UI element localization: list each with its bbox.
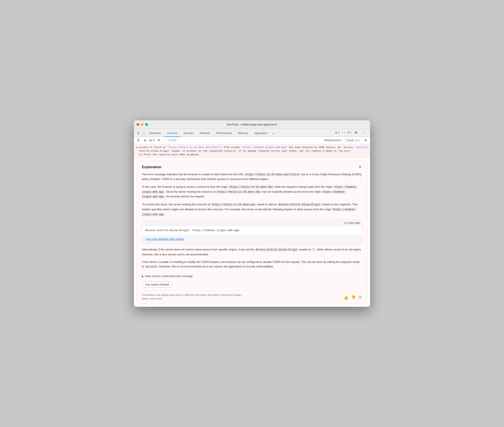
- chevron-down-icon: ▾: [154, 139, 155, 142]
- traffic-lights: [136, 123, 148, 126]
- code-block-header: ⧉ Copy code: [142, 220, 362, 226]
- triangle-icon: ▶: [142, 274, 144, 278]
- tab-sources[interactable]: Sources: [181, 130, 197, 137]
- more-options-btn[interactable]: ⋮: [361, 130, 367, 136]
- origin-code-4: https://bubble-jingle.web.app: [142, 208, 356, 216]
- url-code-1: https://hello-io-24.deno.dev/?lvl=1: [244, 173, 300, 176]
- tab-elements[interactable]: Elements: [146, 130, 164, 137]
- close-button[interactable]: [136, 123, 139, 126]
- console-settings-btn[interactable]: ⚙: [363, 138, 368, 143]
- tab-network[interactable]: Network: [197, 130, 213, 137]
- error-circle-icon: ⊗: [136, 146, 138, 150]
- explanation-para3: To resolve this issue, the server hostin…: [142, 202, 362, 217]
- context-selector[interactable]: top ▾: [149, 139, 155, 142]
- learn-more-link[interactable]: Learn more: [150, 297, 162, 300]
- warn-icon: ⚠: [341, 131, 344, 134]
- code-snippet: Access-Control-Allow-Origin: https://bub…: [142, 226, 362, 235]
- tab-application[interactable]: Application: [251, 130, 271, 137]
- tab-bar: ⠿ ⬚ Elements Console Sources Network Per…: [134, 129, 370, 137]
- copy-icon: ⧉: [345, 221, 346, 224]
- titlebar: DevTools - bubble-jingle.web.app/search: [134, 120, 370, 129]
- close-explanation-btn[interactable]: ✕: [358, 165, 362, 169]
- clear-console-btn[interactable]: ⊘: [142, 137, 148, 143]
- error-url2-link[interactable]: https://bubble-jingle.web.app: [243, 146, 286, 149]
- error-url1-link[interactable]: https://hello-io-24.deno.dev/?lvl=1: [169, 146, 221, 149]
- header-code-1: Access-Control-Allow-Origin: [278, 203, 321, 206]
- more-tabs-btn[interactable]: »: [271, 130, 276, 136]
- tab-console[interactable]: Console: [164, 130, 181, 137]
- error-badge: ⊗ 2: [335, 131, 339, 134]
- caution-link[interactable]: Use code snippets with caution: [142, 235, 362, 244]
- source-reference-link[interactable]: search:1: [356, 145, 368, 149]
- info-icon: ✕: [347, 131, 349, 134]
- origin-code-1: https://hello-io-24.deno.dev: [228, 185, 274, 189]
- cursor-tool-btn[interactable]: ⠿: [136, 130, 141, 136]
- window-title: DevTools - bubble-jingle.web.app/search: [227, 123, 277, 126]
- explanation-body: The error message indicates that the bro…: [142, 172, 362, 304]
- explanation-title: Explanation: [142, 165, 161, 169]
- explanation-panel: Explanation ✕ The error message indicate…: [136, 161, 368, 304]
- thumbs-up-icon[interactable]: 👍: [344, 295, 348, 300]
- server-code-1: https://hello-io-24.deno.dev: [216, 190, 261, 194]
- no-cors-code: no-cors: [145, 265, 158, 268]
- tab-memory[interactable]: Memory: [235, 130, 251, 137]
- sidebar-toggle-btn[interactable]: ☰: [136, 138, 141, 143]
- explanation-para1: The error message indicates that the bro…: [142, 172, 362, 182]
- explanation-para5: If the server is unable or unwilling to …: [142, 260, 362, 269]
- tab-performance[interactable]: Performance: [213, 130, 235, 137]
- report-icon[interactable]: ⏱: [358, 295, 362, 300]
- maximize-button[interactable]: [145, 123, 148, 126]
- issues-error-icon: ✕: [355, 139, 357, 142]
- use-search-button[interactable]: Use search instead: [142, 282, 172, 287]
- warn-badge: ⚠ 1: [341, 131, 346, 134]
- disclaimer-text: This feature may display inaccurate or o…: [142, 293, 249, 301]
- console-panel: ⊗ Access to fetch at 'https://hello-io-2…: [134, 144, 370, 307]
- explanation-header: Explanation ✕: [142, 165, 362, 169]
- separator: [164, 138, 164, 142]
- eye-btn[interactable]: 👁: [156, 138, 162, 143]
- code-block-container: ⧉ Copy code Access-Control-Allow-Origin:…: [142, 220, 362, 244]
- chevron-down-icon: ▾: [340, 139, 341, 142]
- thumbs-down-icon[interactable]: 👎: [351, 295, 356, 300]
- data-used-section[interactable]: ▶ Data used to understand this message: [142, 272, 362, 281]
- devtools-window: DevTools - bubble-jingle.web.app/search …: [134, 120, 370, 307]
- filter-input-area[interactable]: ⚯ Filter: [166, 138, 179, 142]
- info-badge: ✕ 1: [347, 131, 352, 134]
- error-icon: ⊗: [335, 131, 337, 134]
- feedback-icons: 👍 👎 ⏱: [344, 295, 362, 300]
- settings-btn[interactable]: ⚙: [353, 130, 359, 136]
- issues-button[interactable]: 1 Issue: ✕ 1: [344, 138, 361, 142]
- copy-code-button[interactable]: ⧉ Copy code: [345, 221, 360, 224]
- wildcard-code: *: [312, 248, 315, 252]
- minimize-button[interactable]: [141, 123, 144, 126]
- subtoolbar-right: Default levels ▾ 1 Issue: ✕ 1 ⚙: [323, 138, 368, 143]
- console-subtoolbar: ☰ ⊘ top ▾ 👁 ⚯ Filter Default levels ▾ 1 …: [134, 137, 370, 144]
- error-message-text: Access to fetch at 'https://hello-io-24.…: [139, 145, 355, 157]
- server-code-2: https://hello-io-24.deno.dev: [211, 203, 256, 206]
- default-levels-dropdown[interactable]: Default levels ▾: [323, 138, 342, 142]
- inspect-element-btn[interactable]: ⬚: [141, 131, 146, 136]
- header-code-2: Access-Control-Allow-Origin: [255, 248, 299, 252]
- filter-icon: ⚯: [168, 139, 170, 142]
- disclaimer-area: This feature may display inaccurate or o…: [142, 290, 362, 304]
- error-line: ⊗ Access to fetch at 'https://hello-io-2…: [134, 144, 370, 158]
- explanation-para2: In this case, the browser is trying to a…: [142, 184, 362, 199]
- explanation-para4: Alternatively, if the server does not ne…: [142, 247, 362, 257]
